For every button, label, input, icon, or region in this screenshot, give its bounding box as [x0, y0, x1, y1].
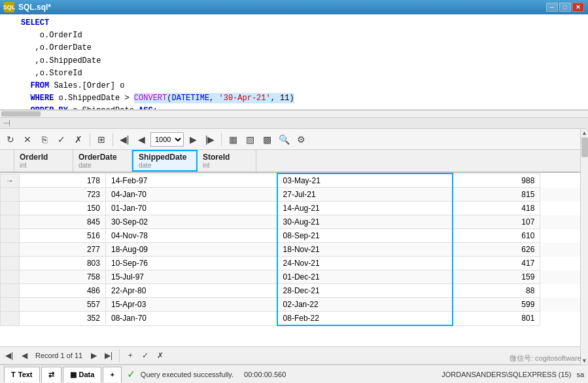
window-title: SQL.sql* [18, 3, 546, 12]
copy-btn[interactable]: ⎘ [37, 132, 52, 147]
col-header-orderdate[interactable]: OrderDate date [73, 150, 132, 172]
table-row[interactable]: 758 15-Jul-97 01-Dec-21 159 [1, 270, 580, 284]
tab-add[interactable]: + [103, 367, 121, 382]
nav-next-btn[interactable]: ▶ [87, 349, 100, 362]
cell-storeid: 626 [453, 243, 540, 257]
row-num-header [0, 150, 14, 172]
sql-line-7: WHERE o.ShippedDate > CONVERT(DATETIME, … [21, 92, 583, 105]
table-row[interactable]: 557 15-Apr-03 02-Jan-22 599 [1, 298, 580, 312]
table-row[interactable]: 516 04-Nov-78 08-Sep-21 610 [1, 229, 580, 243]
scroll-track [581, 158, 588, 357]
export-btn[interactable]: ⚙ [293, 132, 309, 147]
table-row[interactable]: 845 30-Sep-02 30-Aug-21 107 [1, 215, 580, 229]
main-area: SELECT o.OrderId ,o.OrderDate ,o.Shipped… [0, 14, 588, 383]
nav-first-btn[interactable]: ◀| [3, 349, 16, 362]
page-limit-select[interactable]: 1000 500 100 [150, 132, 184, 147]
title-bar: SQL SQL.sql* ─ □ ✕ [0, 0, 588, 14]
cell-shippeddate: 14-Aug-21 [277, 202, 453, 215]
vertical-scrollbar[interactable]: ▲ ▼ [580, 129, 588, 365]
cell-empty [540, 215, 580, 229]
scrollbar-thumb[interactable] [1, 111, 41, 117]
first-page-btn[interactable]: ◀| [116, 132, 132, 147]
table-row[interactable]: 723 04-Jan-70 27-Jul-21 815 [1, 188, 580, 202]
nav-sep [119, 349, 120, 362]
cell-orderid: 723 [20, 188, 106, 202]
row-indicator [1, 215, 20, 229]
cancel-btn2[interactable]: ✗ [71, 132, 86, 147]
prev-page-btn[interactable]: ◀ [133, 132, 149, 147]
cell-shippeddate: 28-Dec-21 [277, 284, 453, 298]
data-table-wrapper[interactable]: → 178 14-Feb-97 03-May-21 988 723 04-Jan… [0, 173, 580, 346]
scroll-thumb[interactable] [581, 137, 588, 157]
next-page-btn[interactable]: ▶ [185, 132, 201, 147]
discard-btn[interactable]: ✗ [154, 349, 167, 362]
minimize-btn[interactable]: ─ [546, 3, 558, 12]
check-btn[interactable]: ✓ [54, 132, 69, 147]
db-user: sa [576, 371, 584, 378]
grid-view-btn[interactable]: ⊞ [94, 132, 109, 147]
nav-prev-btn[interactable]: ◀ [18, 349, 31, 362]
table-row[interactable]: 277 18-Aug-09 18-Nov-21 626 [1, 243, 580, 257]
row-indicator [1, 243, 20, 257]
cell-storeid: 988 [453, 173, 540, 188]
table-row[interactable]: 150 01-Jan-70 14-Aug-21 418 [1, 202, 580, 215]
sep1 [90, 133, 90, 146]
col-header-orderid[interactable]: OrderId int [14, 150, 73, 172]
results-inner: ↻ ✕ ⎘ ✓ ✗ ⊞ ◀| ◀ 1000 500 100 ▶ |▶ ▦ [0, 129, 580, 365]
table-row[interactable]: 352 08-Jan-70 08-Feb-22 801 [1, 312, 580, 326]
sql-editor[interactable]: SELECT o.OrderId ,o.OrderDate ,o.Shipped… [0, 14, 588, 110]
col-header-storeid[interactable]: StoreId int [198, 150, 256, 172]
cell-orderdate: 14-Feb-97 [105, 173, 277, 188]
status-bar: T Text ⇄ ▦ Data + ✓ Query executed succe… [0, 365, 588, 383]
row-indicator [1, 188, 20, 202]
maximize-btn[interactable]: □ [559, 3, 571, 12]
table-row[interactable]: 803 10-Sep-76 24-Nov-21 417 [1, 257, 580, 270]
cell-storeid: 801 [453, 312, 540, 326]
cell-shippeddate: 02-Jan-22 [277, 298, 453, 312]
cell-storeid: 610 [453, 229, 540, 243]
add-row-btn[interactable]: + [124, 349, 137, 362]
tab-arrow[interactable]: ⇄ [41, 367, 61, 382]
cell-shippeddate: 03-May-21 [277, 173, 453, 188]
row-indicator [1, 257, 20, 270]
text-tab-text: Text [18, 371, 33, 378]
cell-orderdate: 04-Nov-78 [105, 229, 277, 243]
tab-data[interactable]: ▦ Data [63, 367, 102, 382]
table-row[interactable]: → 178 14-Feb-97 03-May-21 988 [1, 173, 580, 188]
scroll-down-btn[interactable]: ▼ [581, 357, 588, 365]
search-btn[interactable]: 🔍 [276, 132, 292, 147]
text-tab-label: T [11, 371, 16, 378]
row-indicator [1, 229, 20, 243]
close-btn[interactable]: ✕ [572, 3, 584, 12]
cell-shippeddate: 24-Nov-21 [277, 257, 453, 270]
table-view-btn1[interactable]: ▦ [225, 132, 241, 147]
cell-orderid: 178 [20, 173, 106, 188]
cell-orderid: 352 [20, 312, 106, 326]
bottom-nav-toolbar: ◀| ◀ Record 1 of 11 ▶ ▶| + ✓ ✗ [0, 346, 580, 365]
cell-orderdate: 08-Jan-70 [105, 312, 277, 326]
stop-btn[interactable]: ✕ [20, 132, 35, 147]
cell-empty [540, 312, 580, 326]
table-view-btn3[interactable]: ▩ [259, 132, 275, 147]
scroll-up-btn[interactable]: ▲ [581, 129, 588, 137]
cell-storeid: 418 [453, 202, 540, 215]
splitter[interactable]: ⊣ [0, 117, 588, 129]
col-header-shippeddate[interactable]: ShippedDate date [132, 150, 198, 172]
confirm-btn[interactable]: ✓ [139, 349, 152, 362]
nav-last-btn[interactable]: ▶| [102, 349, 115, 362]
table-row[interactable]: 486 22-Apr-80 28-Dec-21 88 [1, 284, 580, 298]
tab-text[interactable]: T Text [4, 367, 40, 382]
cell-empty [540, 243, 580, 257]
cell-empty [540, 229, 580, 243]
last-page-btn[interactable]: |▶ [202, 132, 218, 147]
cell-empty [540, 188, 580, 202]
table-view-btn2[interactable]: ▧ [242, 132, 258, 147]
row-indicator: → [1, 173, 20, 188]
refresh-btn[interactable]: ↻ [3, 132, 18, 147]
cell-storeid: 815 [453, 188, 540, 202]
cell-orderdate: 22-Apr-80 [105, 284, 277, 298]
data-table: → 178 14-Feb-97 03-May-21 988 723 04-Jan… [0, 173, 580, 326]
arrow-tab-icon: ⇄ [48, 371, 54, 379]
watermark: 微信号: cogitosoftware [510, 354, 581, 363]
horizontal-scrollbar[interactable] [0, 110, 588, 117]
